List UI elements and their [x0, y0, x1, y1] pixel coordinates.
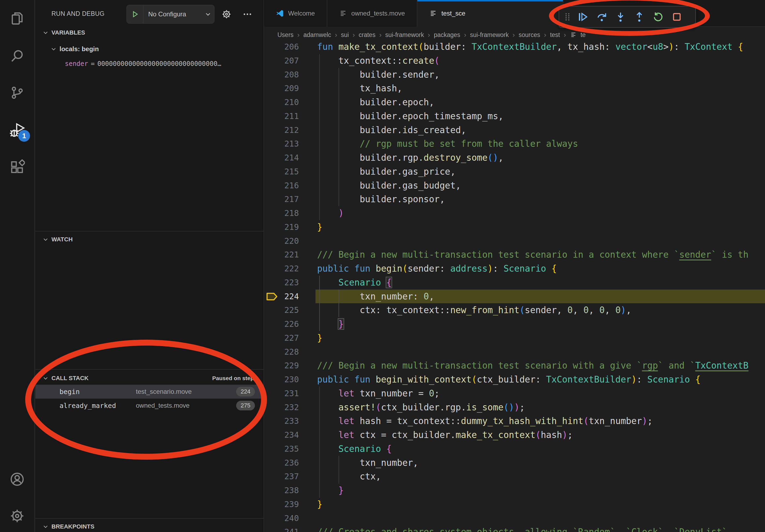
- step-into-button[interactable]: [611, 8, 630, 26]
- run-and-debug-icon[interactable]: 1: [0, 116, 34, 145]
- line-number[interactable]: 236: [264, 456, 299, 470]
- code-token: txn_number: [589, 416, 642, 426]
- breakpoints-header[interactable]: BREAKPOINTS: [35, 521, 264, 532]
- line-number[interactable]: 225: [264, 303, 299, 317]
- variables-header[interactable]: VARIABLES: [35, 27, 264, 39]
- call-stack-frame[interactable]: begintest_scenario.move224: [35, 385, 264, 399]
- line-number[interactable]: 219: [264, 220, 299, 234]
- code-token: ;: [519, 402, 525, 412]
- line-number[interactable]: 234: [264, 428, 299, 442]
- debug-settings-gear-icon[interactable]: [222, 9, 232, 19]
- line-number[interactable]: 214: [264, 151, 299, 165]
- variables-scope[interactable]: locals: begin: [35, 43, 264, 55]
- code-token: ,: [605, 305, 615, 315]
- breadcrumb[interactable]: Users›adamwelc›sui›crates›sui-framework›…: [264, 27, 765, 43]
- line-number[interactable]: 230: [264, 373, 299, 387]
- restart-button[interactable]: [649, 8, 667, 26]
- tab-test-sce[interactable]: test_sce: [417, 0, 563, 27]
- line-number[interactable]: 232: [264, 400, 299, 414]
- line-number[interactable]: 238: [264, 483, 299, 497]
- chevron-down-icon: [42, 375, 49, 382]
- breadcrumb-file[interactable]: te: [581, 31, 586, 39]
- line-number[interactable]: 228: [264, 345, 299, 359]
- line-number[interactable]: 227: [264, 331, 299, 345]
- breadcrumb-item[interactable]: test: [550, 31, 560, 39]
- code-token: }: [317, 499, 323, 509]
- breadcrumb-item[interactable]: adamwelc: [304, 31, 331, 39]
- line-number[interactable]: 210: [264, 95, 299, 109]
- code-editor[interactable]: 2062072082092102112122132142152162172182…: [264, 0, 765, 532]
- line-number[interactable]: 208: [264, 68, 299, 82]
- line-number[interactable]: 217: [264, 192, 299, 206]
- file-lines-icon: [429, 9, 437, 17]
- code-token: builder.epoch_timestamp_ms,: [317, 111, 503, 121]
- breadcrumb-item[interactable]: crates: [359, 31, 376, 39]
- breadcrumb-item[interactable]: sui: [341, 31, 349, 39]
- code-line-239: }: [317, 497, 748, 511]
- line-number[interactable]: 237: [264, 470, 299, 483]
- breadcrumb-item[interactable]: sui-framework: [470, 31, 509, 39]
- code-token: `, `: [610, 527, 631, 532]
- extensions-icon[interactable]: [0, 152, 34, 182]
- line-number[interactable]: 223: [264, 276, 299, 290]
- code-token: }: [338, 319, 344, 329]
- code-token: `, `: [658, 527, 679, 532]
- settings-gear-icon[interactable]: [0, 501, 34, 531]
- breadcrumb-item[interactable]: Users: [278, 31, 294, 39]
- line-number[interactable]: 207: [264, 54, 299, 68]
- step-over-button[interactable]: [592, 8, 611, 26]
- code-token: ): [642, 416, 647, 426]
- code-token: ;: [647, 416, 653, 426]
- drag-handle-icon[interactable]: [563, 12, 572, 21]
- code-lines[interactable]: fun make_tx_context(builder: TxContextBu…: [317, 40, 748, 532]
- line-number[interactable]: 229: [264, 359, 299, 373]
- line-number[interactable]: 231: [264, 387, 299, 400]
- search-icon[interactable]: [0, 41, 34, 71]
- launch-configuration-dropdown[interactable]: No Configura: [127, 5, 215, 24]
- line-number[interactable]: 235: [264, 442, 299, 456]
- line-number[interactable]: 239: [264, 497, 299, 511]
- code-token: DenyList: [679, 527, 722, 532]
- line-number[interactable]: 209: [264, 82, 299, 95]
- code-token: /// Begin a new multi-transaction test s…: [317, 360, 642, 371]
- breadcrumb-separator-icon: ›: [335, 31, 337, 39]
- account-icon[interactable]: [0, 464, 34, 494]
- continue-button[interactable]: [574, 8, 592, 26]
- line-number[interactable]: 216: [264, 179, 299, 193]
- variable-row[interactable]: sender = 0000000000000000000000000000000…: [35, 57, 264, 70]
- tab-welcome[interactable]: Welcome: [264, 0, 327, 27]
- chevron-down-icon: [42, 30, 49, 36]
- breadcrumb-item[interactable]: sui-framework: [385, 31, 424, 39]
- call-stack-header[interactable]: CALL STACK Paused on step: [35, 372, 264, 385]
- code-token: ): [562, 430, 567, 440]
- section-divider: [35, 231, 264, 231]
- stop-button[interactable]: [667, 8, 686, 26]
- line-number[interactable]: 215: [264, 165, 299, 179]
- tab-owned-tests-move[interactable]: owned_tests.move: [327, 0, 417, 27]
- watch-header[interactable]: WATCH: [35, 234, 264, 245]
- line-number[interactable]: 240: [264, 511, 299, 525]
- line-number[interactable]: 226: [264, 317, 299, 331]
- explorer-icon[interactable]: [0, 4, 34, 33]
- line-number[interactable]: 222: [264, 262, 299, 276]
- line-number[interactable]: 221: [264, 248, 299, 262]
- start-debug-icon[interactable]: [127, 5, 143, 23]
- line-number[interactable]: 212: [264, 123, 299, 137]
- line-number[interactable]: 233: [264, 414, 299, 428]
- line-number[interactable]: 218: [264, 206, 299, 220]
- step-out-button[interactable]: [630, 8, 649, 26]
- more-actions-icon[interactable]: [242, 9, 253, 19]
- code-line-219: }: [317, 220, 748, 234]
- breadcrumb-item[interactable]: sources: [519, 31, 540, 39]
- code-token: address: [450, 263, 487, 274]
- call-stack-frame[interactable]: already_markedowned_tests.move275: [35, 399, 264, 412]
- line-number[interactable]: 241: [264, 525, 299, 532]
- source-control-icon[interactable]: [0, 78, 34, 108]
- line-number[interactable]: 213: [264, 137, 299, 151]
- vscode-window: 2062072082092102112122132142152162172182…: [0, 0, 765, 532]
- code-token: (: [471, 374, 477, 385]
- breadcrumb-item[interactable]: packages: [434, 31, 460, 39]
- line-number[interactable]: 211: [264, 109, 299, 123]
- line-number[interactable]: 224: [264, 290, 299, 304]
- line-number[interactable]: 220: [264, 234, 299, 248]
